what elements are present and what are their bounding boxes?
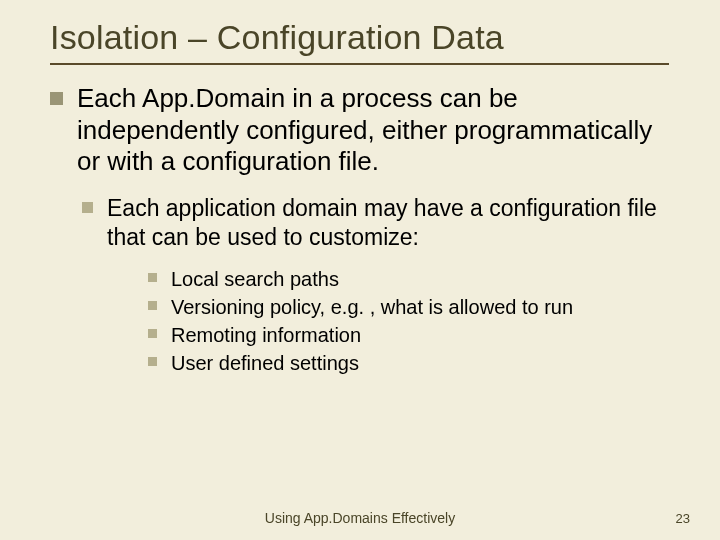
page-number: 23: [676, 511, 690, 526]
bullet-lvl3-text: Local search paths: [167, 266, 339, 292]
bullet-lvl3-list: Local search paths Versioning policy, e.…: [148, 266, 680, 376]
square-bullet-icon: [82, 202, 93, 213]
bullet-lvl3-text: Versioning policy, e.g. , what is allowe…: [167, 294, 573, 320]
bullet-lvl1-row: Each App.Domain in a process can be inde…: [50, 83, 680, 194]
square-bullet-icon: [148, 329, 157, 338]
list-item: Remoting information: [148, 322, 680, 348]
bullet-lvl2-row: Each application domain may have a confi…: [82, 194, 680, 266]
bullet-lvl3-text: User defined settings: [167, 350, 359, 376]
square-bullet-icon: [148, 301, 157, 310]
title-rule: [50, 63, 669, 65]
slide-title: Isolation – Configuration Data: [50, 18, 680, 57]
footer-text: Using App.Domains Effectively: [0, 510, 720, 526]
list-item: Versioning policy, e.g. , what is allowe…: [148, 294, 680, 320]
square-bullet-icon: [50, 92, 63, 105]
bullet-lvl1-text: Each App.Domain in a process can be inde…: [73, 83, 680, 178]
square-bullet-icon: [148, 357, 157, 366]
bullet-lvl3-text: Remoting information: [167, 322, 361, 348]
list-item: Local search paths: [148, 266, 680, 292]
bullet-lvl2-text: Each application domain may have a confi…: [103, 194, 680, 252]
square-bullet-icon: [148, 273, 157, 282]
slide: Isolation – Configuration Data Each App.…: [0, 0, 720, 540]
list-item: User defined settings: [148, 350, 680, 376]
